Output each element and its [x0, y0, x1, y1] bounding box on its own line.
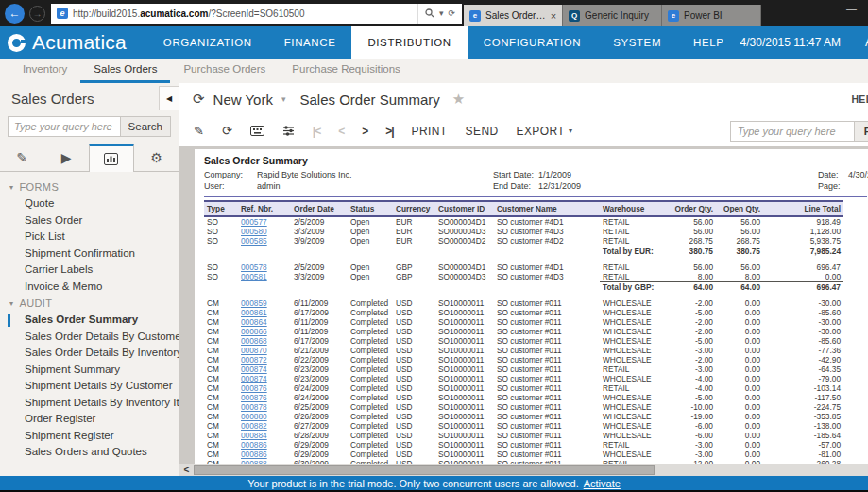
nav-item-configuration[interactable]: CONFIGURATION [468, 26, 597, 59]
sidebar-item-carrier-labels[interactable]: Carrier Labels [0, 262, 179, 279]
sidebar-item-sales-order[interactable]: Sales Order [0, 212, 179, 229]
ref-nbr-link[interactable]: 000874 [241, 374, 267, 383]
ref-nbr-link[interactable]: 000876 [241, 393, 267, 402]
ref-nbr-link[interactable]: 000861 [241, 308, 267, 317]
sidebar-tab-settings[interactable]: ⚙ [134, 144, 179, 171]
nav-item-help[interactable]: HELP [677, 26, 740, 59]
sidebar-collapse-button[interactable]: ◀ [159, 86, 179, 110]
browser-tab-power-bi[interactable]: ePower BI [662, 5, 761, 26]
refresh-branch-icon[interactable]: ⟳ [193, 91, 205, 108]
sidebar-item-shipment-details-by-customer[interactable]: Shipment Details By Customer [0, 378, 179, 395]
sidebar-item-sales-order-details-by-customer[interactable]: Sales Order Details By Customer [0, 329, 179, 346]
minimize-icon[interactable]: — [846, 3, 857, 14]
ref-nbr-link[interactable]: 000872 [241, 355, 267, 365]
sidebar-item-invoice-memo[interactable]: Invoice & Memo [0, 279, 179, 296]
table-row: SO0005853/9/2009OpenEURSO000004D2SO cust… [204, 236, 843, 246]
ref-nbr-link[interactable]: 000882 [241, 421, 267, 431]
end-date-label: End Date: [493, 181, 531, 191]
tree-section-audit[interactable]: ▾AUDIT [0, 295, 179, 312]
sidebar-tab-processes[interactable]: ▶ [44, 144, 89, 171]
subnav-item-sales-orders[interactable]: Sales Orders [80, 63, 170, 83]
sidebar-item-pick-list[interactable]: Pick List [0, 229, 179, 246]
next-page-icon[interactable]: > [362, 125, 367, 138]
sidebar-search-input[interactable] [8, 116, 120, 137]
search-icon[interactable] [425, 8, 434, 18]
browser-forward-button[interactable]: → [29, 6, 45, 22]
nav-item-system[interactable]: SYSTEM [597, 26, 677, 59]
column-header-warehouse: Warehouse [600, 201, 664, 216]
ref-nbr-link[interactable]: 000578 [241, 263, 267, 272]
first-page-icon[interactable]: |< [313, 125, 320, 138]
nav-item-finance[interactable]: FINANCE [268, 26, 352, 59]
group-total-value: 380.75 [716, 246, 763, 257]
tab-close-icon[interactable]: × [551, 10, 556, 22]
scrollbar-thumb[interactable] [194, 465, 655, 475]
help-link[interactable]: HELP [851, 93, 868, 105]
ref-nbr-link[interactable]: 000581 [241, 272, 267, 281]
scrollbar-track[interactable] [194, 464, 868, 476]
nav-item-organization[interactable]: ORGANIZATION [147, 26, 268, 59]
export-button[interactable]: EXPORT▾ [517, 125, 573, 138]
horizontal-scrollbar[interactable]: < [179, 464, 868, 476]
print-button[interactable]: PRINT [412, 125, 448, 138]
address-bar[interactable]: e http://build2015.acumatica.com/?Screen… [51, 4, 417, 24]
ref-nbr-link[interactable]: 000580 [241, 227, 267, 236]
favorite-star-icon[interactable]: ★ [452, 91, 465, 108]
activate-link[interactable]: Activate [584, 478, 621, 489]
browser-back-button[interactable]: ← [5, 4, 25, 24]
sidebar-tab-edit[interactable]: ✎ [0, 144, 44, 171]
last-page-icon[interactable]: >| [385, 125, 393, 138]
ref-nbr-link[interactable]: 000886 [241, 450, 267, 459]
sidebar-item-shipment-register[interactable]: Shipment Register [0, 428, 179, 445]
sidebar-search-button[interactable]: Search [120, 116, 171, 137]
ref-nbr-link[interactable]: 000864 [241, 317, 267, 327]
refresh-report-icon[interactable]: ⟳ [222, 124, 232, 138]
acumatica-logo[interactable]: Acumatica [0, 31, 136, 54]
sidebar-item-order-register[interactable]: Order Register [0, 411, 179, 428]
table-row: CM0008666/11/2009CompletedUSDSO10000011S… [204, 327, 843, 336]
subnav-item-inventory[interactable]: Inventory [9, 63, 80, 83]
browser-tab-sales-order-summary[interactable]: eSales Order Summary× [464, 5, 563, 26]
sidebar-item-shipment-details-by-inventory-item[interactable]: Shipment Details By Inventory Item [0, 395, 179, 412]
ref-nbr-link[interactable]: 000874 [241, 365, 267, 374]
sidebar-item-shipment-confirmation[interactable]: Shipment Confirmation [0, 246, 179, 263]
sidebar-item-sales-orders-and-quotes[interactable]: Sales Orders and Quotes [0, 444, 179, 461]
ref-nbr-link[interactable]: 000577 [241, 217, 267, 227]
ref-nbr-link[interactable]: 000868 [241, 336, 267, 346]
ref-nbr-link[interactable]: 000876 [241, 383, 267, 393]
keyboard-icon[interactable] [250, 126, 264, 136]
tree-section-forms[interactable]: ▾FORMS [0, 178, 179, 195]
sidebar-tab-reports[interactable] [89, 144, 135, 172]
subnav-item-purchase-orders[interactable]: Purchase Orders [170, 63, 279, 83]
send-button[interactable]: SEND [466, 125, 499, 138]
edit-report-icon[interactable]: ✎ [194, 124, 204, 138]
report-parameters-icon[interactable] [282, 125, 295, 137]
ref-nbr-link[interactable]: 000884 [241, 431, 267, 440]
ref-nbr-link[interactable]: 000886 [241, 440, 267, 450]
previous-page-icon[interactable]: < [338, 125, 344, 138]
ref-nbr-link[interactable]: 000878 [241, 402, 267, 412]
subnav-item-purchase-requisitions[interactable]: Purchase Requisitions [279, 63, 413, 83]
scroll-left-icon[interactable]: < [179, 465, 194, 475]
ref-nbr-link[interactable]: 000866 [241, 327, 267, 336]
table-row: SO0005813/3/2009OpenGBPSO000004D3SO cust… [204, 272, 843, 282]
branch-caret-icon[interactable]: ▾ [281, 94, 286, 104]
sidebar-item-sales-order-summary[interactable]: Sales Order Summary [0, 312, 179, 329]
ref-nbr-link[interactable]: 000870 [241, 346, 267, 355]
report-query-input[interactable] [730, 121, 855, 142]
sidebar-item-shipment-summary[interactable]: Shipment Summary [0, 362, 179, 379]
table-row: CM0008866/29/2009CompletedUSDSO10000011S… [204, 440, 843, 450]
refresh-icon[interactable]: ⟳ [449, 8, 456, 18]
find-button[interactable]: Find [855, 121, 868, 142]
sidebar-item-quote[interactable]: Quote [0, 195, 179, 212]
browser-tab-generic-inquiry[interactable]: QGeneric Inquiry [563, 5, 662, 26]
column-header-customer-id: Customer ID [435, 201, 494, 216]
ref-nbr-link[interactable]: 000585 [241, 236, 267, 246]
nav-item-distribution[interactable]: DISTRIBUTION [351, 26, 467, 59]
ref-nbr-link[interactable]: 000880 [241, 412, 267, 421]
header-datetime[interactable]: 4/30/2015 11:47 AM [740, 36, 842, 49]
sidebar-item-sales-order-details-by-inventory-item[interactable]: Sales Order Details By Inventory Item [0, 345, 179, 362]
chevron-down-icon[interactable]: ▾ [439, 8, 444, 18]
ref-nbr-link[interactable]: 000859 [241, 298, 267, 308]
branch-selector[interactable]: New York [213, 92, 273, 108]
